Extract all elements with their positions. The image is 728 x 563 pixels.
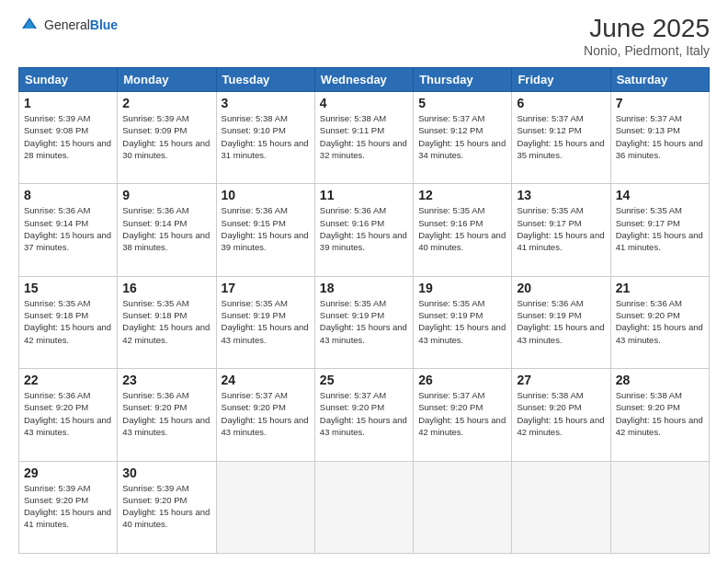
- day-info: Sunrise: 5:39 AMSunset: 9:08 PMDaylight:…: [24, 112, 112, 161]
- table-row: 5Sunrise: 5:37 AMSunset: 9:12 PMDaylight…: [414, 92, 512, 184]
- day-info: Sunrise: 5:37 AMSunset: 9:12 PMDaylight:…: [517, 112, 605, 161]
- col-saturday: Saturday: [610, 68, 709, 92]
- day-number: 23: [122, 373, 210, 387]
- table-row: [314, 461, 413, 553]
- day-info: Sunrise: 5:35 AMSunset: 9:18 PMDaylight:…: [24, 297, 112, 346]
- day-info: Sunrise: 5:36 AMSunset: 9:16 PMDaylight:…: [320, 204, 408, 253]
- day-number: 18: [320, 281, 408, 295]
- day-number: 8: [24, 188, 112, 202]
- table-row: 10Sunrise: 5:36 AMSunset: 9:15 PMDayligh…: [216, 184, 314, 276]
- logo-icon: [18, 14, 40, 36]
- day-number: 2: [122, 96, 210, 110]
- day-info: Sunrise: 5:37 AMSunset: 9:20 PMDaylight:…: [222, 389, 310, 438]
- day-info: Sunrise: 5:39 AMSunset: 9:20 PMDaylight:…: [24, 482, 112, 531]
- day-info: Sunrise: 5:37 AMSunset: 9:20 PMDaylight:…: [320, 389, 408, 438]
- table-row: 13Sunrise: 5:35 AMSunset: 9:17 PMDayligh…: [512, 184, 610, 276]
- day-number: 25: [320, 373, 408, 387]
- day-info: Sunrise: 5:36 AMSunset: 9:20 PMDaylight:…: [122, 389, 210, 438]
- table-row: 28Sunrise: 5:38 AMSunset: 9:20 PMDayligh…: [610, 369, 709, 461]
- table-row: 27Sunrise: 5:38 AMSunset: 9:20 PMDayligh…: [512, 369, 610, 461]
- table-row: 8Sunrise: 5:36 AMSunset: 9:14 PMDaylight…: [19, 184, 118, 276]
- calendar-subtitle: Nonio, Piedmont, Italy: [584, 43, 710, 58]
- table-row: 4Sunrise: 5:38 AMSunset: 9:11 PMDaylight…: [314, 92, 413, 184]
- table-row: 26Sunrise: 5:37 AMSunset: 9:20 PMDayligh…: [414, 369, 512, 461]
- col-tuesday: Tuesday: [216, 68, 314, 92]
- calendar-week-row: 29Sunrise: 5:39 AMSunset: 9:20 PMDayligh…: [19, 461, 710, 553]
- day-number: 10: [222, 188, 310, 202]
- day-info: Sunrise: 5:35 AMSunset: 9:19 PMDaylight:…: [418, 297, 506, 346]
- day-info: Sunrise: 5:36 AMSunset: 9:20 PMDaylight:…: [24, 389, 112, 438]
- table-row: 16Sunrise: 5:35 AMSunset: 9:18 PMDayligh…: [118, 276, 216, 368]
- day-info: Sunrise: 5:35 AMSunset: 9:19 PMDaylight:…: [222, 297, 310, 346]
- table-row: [216, 461, 314, 553]
- day-number: 17: [222, 281, 310, 295]
- header-row: Sunday Monday Tuesday Wednesday Thursday…: [19, 68, 710, 92]
- table-row: [414, 461, 512, 553]
- day-number: 3: [222, 96, 310, 110]
- day-number: 19: [418, 281, 506, 295]
- calendar-title: June 2025: [584, 14, 710, 43]
- table-row: [512, 461, 610, 553]
- col-monday: Monday: [118, 68, 216, 92]
- table-row: 18Sunrise: 5:35 AMSunset: 9:19 PMDayligh…: [314, 276, 413, 368]
- col-thursday: Thursday: [414, 68, 512, 92]
- logo-general: GeneralBlue: [44, 17, 118, 33]
- day-info: Sunrise: 5:35 AMSunset: 9:19 PMDaylight:…: [320, 297, 408, 346]
- day-number: 11: [320, 188, 408, 202]
- col-sunday: Sunday: [19, 68, 118, 92]
- day-number: 16: [122, 281, 210, 295]
- day-number: 30: [122, 465, 210, 480]
- day-info: Sunrise: 5:36 AMSunset: 9:20 PMDaylight:…: [616, 297, 704, 346]
- day-info: Sunrise: 5:38 AMSunset: 9:20 PMDaylight:…: [616, 389, 704, 438]
- title-block: June 2025 Nonio, Piedmont, Italy: [584, 14, 710, 58]
- day-info: Sunrise: 5:35 AMSunset: 9:18 PMDaylight:…: [122, 297, 210, 346]
- day-number: 29: [24, 465, 112, 480]
- table-row: 22Sunrise: 5:36 AMSunset: 9:20 PMDayligh…: [19, 369, 118, 461]
- day-number: 21: [616, 281, 704, 295]
- table-row: 19Sunrise: 5:35 AMSunset: 9:19 PMDayligh…: [414, 276, 512, 368]
- logo: GeneralBlue: [18, 14, 118, 36]
- table-row: 24Sunrise: 5:37 AMSunset: 9:20 PMDayligh…: [216, 369, 314, 461]
- day-number: 22: [24, 373, 112, 387]
- page: GeneralBlue June 2025 Nonio, Piedmont, I…: [0, 0, 728, 563]
- table-row: 3Sunrise: 5:38 AMSunset: 9:10 PMDaylight…: [216, 92, 314, 184]
- table-row: 20Sunrise: 5:36 AMSunset: 9:19 PMDayligh…: [512, 276, 610, 368]
- day-info: Sunrise: 5:37 AMSunset: 9:20 PMDaylight:…: [418, 389, 506, 438]
- day-info: Sunrise: 5:36 AMSunset: 9:14 PMDaylight:…: [122, 204, 210, 253]
- table-row: 25Sunrise: 5:37 AMSunset: 9:20 PMDayligh…: [314, 369, 413, 461]
- day-info: Sunrise: 5:35 AMSunset: 9:17 PMDaylight:…: [616, 204, 704, 253]
- table-row: 14Sunrise: 5:35 AMSunset: 9:17 PMDayligh…: [610, 184, 709, 276]
- table-row: 21Sunrise: 5:36 AMSunset: 9:20 PMDayligh…: [610, 276, 709, 368]
- table-row: 1Sunrise: 5:39 AMSunset: 9:08 PMDaylight…: [19, 92, 118, 184]
- day-info: Sunrise: 5:39 AMSunset: 9:09 PMDaylight:…: [122, 112, 210, 161]
- col-friday: Friday: [512, 68, 610, 92]
- day-number: 14: [616, 188, 704, 202]
- day-number: 26: [418, 373, 506, 387]
- table-row: 23Sunrise: 5:36 AMSunset: 9:20 PMDayligh…: [118, 369, 216, 461]
- table-row: 29Sunrise: 5:39 AMSunset: 9:20 PMDayligh…: [19, 461, 118, 553]
- calendar-week-row: 8Sunrise: 5:36 AMSunset: 9:14 PMDaylight…: [19, 184, 710, 276]
- table-row: 15Sunrise: 5:35 AMSunset: 9:18 PMDayligh…: [19, 276, 118, 368]
- day-info: Sunrise: 5:36 AMSunset: 9:15 PMDaylight:…: [222, 204, 310, 253]
- day-number: 12: [418, 188, 506, 202]
- day-info: Sunrise: 5:39 AMSunset: 9:20 PMDaylight:…: [122, 482, 210, 531]
- table-row: 30Sunrise: 5:39 AMSunset: 9:20 PMDayligh…: [118, 461, 216, 553]
- table-row: [610, 461, 709, 553]
- day-info: Sunrise: 5:37 AMSunset: 9:12 PMDaylight:…: [418, 112, 506, 161]
- table-row: 6Sunrise: 5:37 AMSunset: 9:12 PMDaylight…: [512, 92, 610, 184]
- calendar-table: Sunday Monday Tuesday Wednesday Thursday…: [18, 67, 710, 554]
- day-number: 28: [616, 373, 704, 387]
- table-row: 17Sunrise: 5:35 AMSunset: 9:19 PMDayligh…: [216, 276, 314, 368]
- day-info: Sunrise: 5:36 AMSunset: 9:14 PMDaylight:…: [24, 204, 112, 253]
- day-number: 13: [517, 188, 605, 202]
- day-info: Sunrise: 5:36 AMSunset: 9:19 PMDaylight:…: [517, 297, 605, 346]
- table-row: 9Sunrise: 5:36 AMSunset: 9:14 PMDaylight…: [118, 184, 216, 276]
- day-number: 15: [24, 281, 112, 295]
- day-info: Sunrise: 5:37 AMSunset: 9:13 PMDaylight:…: [616, 112, 704, 161]
- col-wednesday: Wednesday: [314, 68, 413, 92]
- day-info: Sunrise: 5:38 AMSunset: 9:11 PMDaylight:…: [320, 112, 408, 161]
- day-number: 27: [517, 373, 605, 387]
- day-number: 4: [320, 96, 408, 110]
- calendar-week-row: 22Sunrise: 5:36 AMSunset: 9:20 PMDayligh…: [19, 369, 710, 461]
- table-row: 11Sunrise: 5:36 AMSunset: 9:16 PMDayligh…: [314, 184, 413, 276]
